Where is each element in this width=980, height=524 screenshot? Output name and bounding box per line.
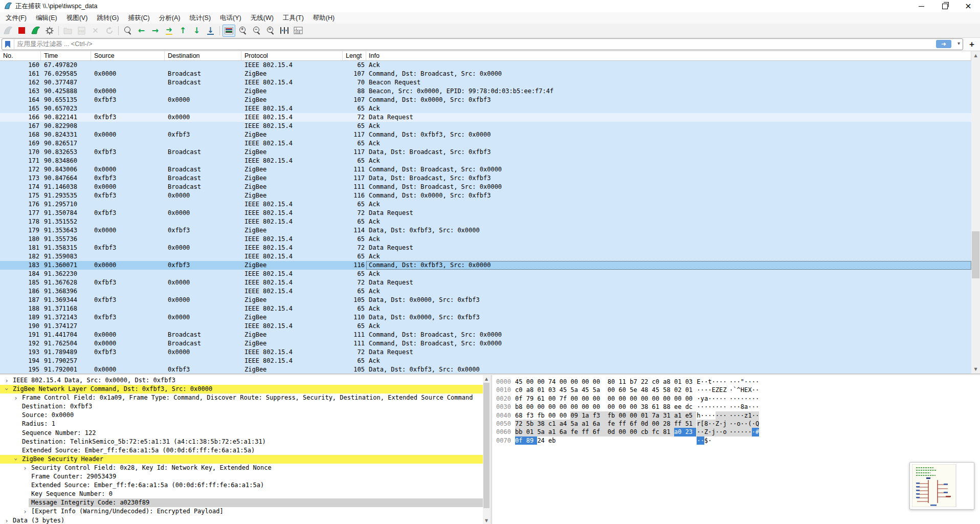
hex-byte[interactable]: a8 <box>663 378 674 386</box>
hex-byte[interactable]: 00 <box>630 428 641 436</box>
menu-item-3[interactable]: 视图(V) <box>62 12 93 24</box>
hex-byte[interactable]: 5a <box>537 428 548 436</box>
hex-byte[interactable]: 7f <box>560 395 571 403</box>
hex-byte[interactable]: ff <box>674 420 685 428</box>
hex-byte[interactable]: f3 <box>526 411 538 420</box>
scroll-up-icon[interactable]: ▲ <box>483 375 490 382</box>
detail-tree-item[interactable]: ›IEEE 802.15.4 Data, Src: 0x0000, Dst: 0… <box>0 376 490 385</box>
hex-byte[interactable]: 00 <box>608 395 619 403</box>
expand-icon[interactable]: › <box>4 376 9 385</box>
filter-dropdown-caret[interactable]: ▾ <box>957 40 960 46</box>
ascii-char[interactable]: · <box>733 403 737 411</box>
packet-row[interactable]: 16067.497820IEEE 802.15.465Ack <box>0 61 971 70</box>
add-filter-button[interactable]: + <box>966 39 977 50</box>
capture-stop-icon[interactable] <box>15 25 28 37</box>
hex-byte[interactable]: 6f <box>593 428 608 436</box>
ascii-char[interactable]: · <box>755 395 759 403</box>
hex-byte[interactable]: 00 <box>560 378 571 386</box>
zoom-out-icon[interactable]: − <box>250 25 263 37</box>
hex-byte[interactable]: 00 <box>526 403 538 411</box>
hex-byte[interactable]: 00 <box>630 395 641 403</box>
hex-byte[interactable]: 0d <box>608 428 619 436</box>
ascii-char[interactable]: · <box>712 403 716 411</box>
ascii-char[interactable]: · <box>755 403 759 411</box>
ascii-char[interactable]: · <box>748 428 751 436</box>
packet-row[interactable]: 16490.6551350xfbf30x0000ZigBee107Command… <box>0 96 971 104</box>
ascii-char[interactable]: · <box>701 378 704 386</box>
menu-item-8[interactable]: 电话(Y) <box>215 12 246 24</box>
ascii-char[interactable]: E <box>744 386 748 394</box>
hex-byte[interactable]: c0 <box>652 378 663 386</box>
hex-byte[interactable]: dc <box>685 403 697 411</box>
hex-byte[interactable]: 00 <box>526 378 538 386</box>
detail-tree-item[interactable]: ›Frame Control Field: 0x1a09, Frame Type… <box>0 394 490 402</box>
hex-row[interactable]: 004068f3fb0000091af3fb0000017a31a1e5h···… <box>492 411 980 420</box>
hex-byte[interactable]: 5a <box>570 420 582 428</box>
hex-byte[interactable]: 89 <box>526 436 538 445</box>
ascii-char[interactable]: · <box>712 395 716 403</box>
hex-row[interactable]: 00700f8924eb··$· <box>492 436 980 445</box>
ascii-char[interactable]: · <box>737 428 740 436</box>
ascii-char[interactable]: · <box>755 378 759 386</box>
packet-row[interactable]: 16590.657023IEEE 802.15.465Ack <box>0 104 971 113</box>
hex-byte[interactable]: 7a <box>652 411 663 420</box>
ascii-char[interactable]: Q <box>755 420 759 428</box>
hex-byte[interactable]: 00 <box>663 395 674 403</box>
ascii-char[interactable]: t <box>708 378 711 386</box>
ascii-char[interactable]: y <box>701 395 704 403</box>
hex-byte[interactable]: a1 <box>674 411 685 420</box>
hex-row[interactable]: 0060bb015aa16afeff6f0d0000cbfc81a023··Z·… <box>492 428 980 436</box>
ascii-char[interactable]: a <box>704 395 708 403</box>
hex-row[interactable]: 0050725b38c1a45aa16afeff6f0d0028ff51r[8·… <box>492 420 980 428</box>
ascii-char[interactable]: H <box>741 386 744 394</box>
hex-byte[interactable]: 45 <box>652 386 663 394</box>
hex-byte[interactable]: a8 <box>526 386 538 394</box>
ascii-char[interactable]: Z <box>716 420 719 428</box>
hex-byte[interactable]: ee <box>674 403 685 411</box>
packet-row[interactable]: 16290.377487BroadcastIEEE 802.15.470Beac… <box>0 78 971 87</box>
zoom-in-icon[interactable]: + <box>236 25 249 37</box>
ascii-char[interactable]: · <box>755 411 759 420</box>
hex-byte[interactable]: 00 <box>608 386 619 394</box>
ascii-char[interactable]: · <box>733 378 737 386</box>
hex-byte[interactable]: 00 <box>593 378 608 386</box>
packet-row[interactable]: 16690.8221410xfbf30x0000IEEE 802.15.472D… <box>0 113 971 122</box>
hex-byte[interactable]: 01 <box>641 411 652 420</box>
ascii-char[interactable]: · <box>748 378 751 386</box>
ascii-char[interactable]: $ <box>704 436 708 445</box>
menu-item-5[interactable]: 捕获(C) <box>123 12 154 24</box>
hex-byte[interactable]: cb <box>641 428 652 436</box>
ascii-char[interactable]: · <box>708 411 711 420</box>
packet-row[interactable]: 16790.822908IEEE 802.15.465Ack <box>0 122 971 130</box>
ascii-char[interactable]: X <box>748 386 751 394</box>
ascii-char[interactable]: · <box>741 428 744 436</box>
packet-row[interactable]: 18791.3693440xfbf30x0000ZigBee105Data, D… <box>0 296 971 304</box>
hex-byte[interactable]: 00 <box>630 411 641 420</box>
ascii-char[interactable]: Z <box>704 428 708 436</box>
detail-tree-item[interactable]: Radius: 1 <box>0 420 490 428</box>
collapse-icon[interactable]: › <box>11 456 20 462</box>
packet-row[interactable]: 16890.8243310x00000xfbf3ZigBee117Command… <box>0 130 971 139</box>
ascii-char[interactable]: · <box>719 395 723 403</box>
capture-restart-icon[interactable] <box>29 25 42 37</box>
hex-byte[interactable]: 01 <box>537 386 548 394</box>
scroll-down-icon[interactable]: ▼ <box>971 365 980 374</box>
packet-row[interactable]: 17991.3536430x00000xfbf3ZigBee114Data, D… <box>0 226 971 235</box>
file-close-icon[interactable]: ✕ <box>89 25 102 37</box>
ascii-char[interactable]: Z <box>716 386 719 394</box>
hex-byte[interactable]: 00 <box>537 403 548 411</box>
ascii-char[interactable]: · <box>744 378 748 386</box>
hex-byte[interactable]: eb <box>548 436 560 445</box>
hex-byte[interactable]: 01 <box>685 386 697 394</box>
hex-byte[interactable]: f3 <box>593 411 608 420</box>
find-packet-icon[interactable] <box>121 25 134 37</box>
hex-byte[interactable]: bb <box>515 428 526 436</box>
ascii-char[interactable]: · <box>729 378 733 386</box>
hex-byte[interactable]: 00 <box>641 395 652 403</box>
hex-byte[interactable]: 5b <box>526 420 538 428</box>
packet-row[interactable]: 17691.295710IEEE 802.15.465Ack <box>0 200 971 209</box>
ascii-char[interactable]: · <box>712 420 716 428</box>
hex-byte[interactable]: 48 <box>641 386 652 394</box>
hex-byte[interactable]: fc <box>652 428 663 436</box>
ascii-char[interactable]: · <box>708 386 711 394</box>
